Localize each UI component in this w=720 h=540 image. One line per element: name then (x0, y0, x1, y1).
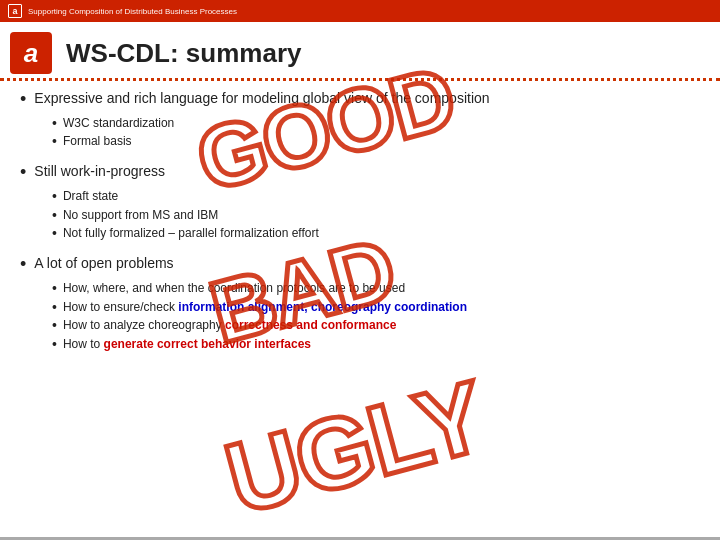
title-logo: a (10, 32, 52, 74)
sub-dot-2-3: • (52, 225, 57, 241)
sub-text-1-1: W3C standardization (63, 115, 174, 132)
sub-dot-3-3: • (52, 317, 57, 333)
bullet-dot-3: • (20, 254, 26, 276)
sub-dot-2-2: • (52, 207, 57, 223)
header-logo: a (8, 4, 22, 18)
header-title: Supporting Composition of Distributed Bu… (28, 7, 237, 16)
sub-text-2-1: Draft state (63, 188, 118, 205)
sub-dot-3-1: • (52, 280, 57, 296)
sub-dot-2-1: • (52, 188, 57, 204)
bullet-dot-2: • (20, 162, 26, 184)
sub-text-2-3: Not fully formalized – parallel formaliz… (63, 225, 319, 242)
sub-dot-3-4: • (52, 336, 57, 352)
bullet-text-3: A lot of open problems (34, 254, 173, 274)
sub-text-2-2: No support from MS and IBM (63, 207, 218, 224)
bullet-text-2: Still work-in-progress (34, 162, 165, 182)
sub-dot-1-1: • (52, 115, 57, 131)
sub-dot-3-2: • (52, 299, 57, 315)
slide-title: WS-CDL: summary (66, 38, 301, 69)
sub-dot-1-2: • (52, 133, 57, 149)
header-bar: a Supporting Composition of Distributed … (0, 0, 720, 22)
slide: a Supporting Composition of Distributed … (0, 0, 720, 540)
sub-text-1-2: Formal basis (63, 133, 132, 150)
sub-bullet-3-4: • How to generate correct behavior inter… (52, 336, 700, 353)
stamp-ugly: UGLY (215, 358, 496, 537)
sub-bullet-2-1: • Draft state (52, 188, 700, 205)
bullet-dot-1: • (20, 89, 26, 111)
title-logo-letter: a (24, 38, 38, 69)
